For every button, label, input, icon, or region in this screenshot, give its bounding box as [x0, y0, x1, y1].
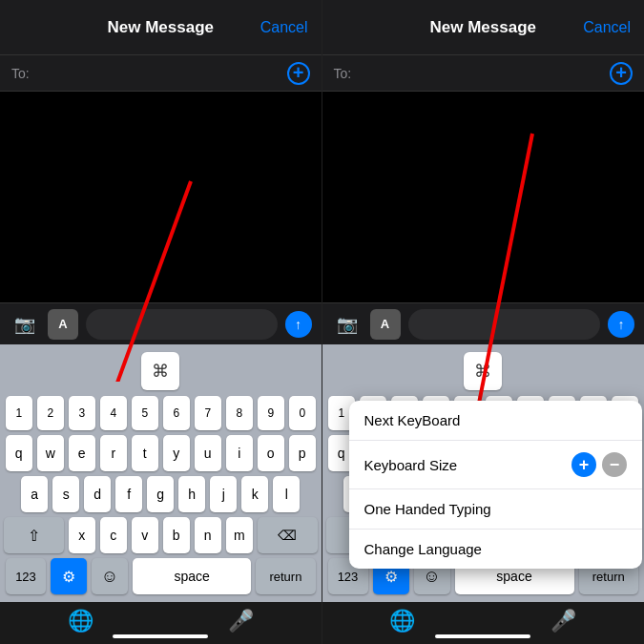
left-key-e[interactable]: e	[69, 435, 95, 471]
popup-keyboard-size[interactable]: Keyboard Size + −	[349, 441, 643, 489]
left-to-input[interactable]	[35, 66, 287, 81]
right-title: New Message	[430, 18, 537, 37]
left-key-u[interactable]: u	[195, 435, 221, 471]
left-key-x[interactable]: x	[69, 517, 95, 553]
left-emoji-key[interactable]: ☺	[92, 558, 128, 594]
left-zxcv-row: ⇧ x c v b n m ⌫	[4, 517, 318, 553]
left-header: New Message Cancel	[0, 0, 322, 55]
right-message-area[interactable]	[322, 92, 645, 302]
left-home-icons: 🌐 🎤	[0, 609, 322, 634]
right-panel: New Message Cancel To: + 📷 A ↑ ⌘ 1 2 3 4…	[322, 0, 645, 644]
keyboard-size-increase-button[interactable]: +	[571, 452, 596, 477]
left-key-h[interactable]: h	[178, 476, 205, 512]
left-key-2[interactable]: 2	[37, 396, 64, 430]
right-message-input[interactable]	[408, 309, 601, 340]
left-to-label: To:	[11, 66, 30, 81]
left-key-0[interactable]: 0	[289, 396, 316, 430]
left-key-4[interactable]: 4	[100, 396, 127, 430]
left-cmd-key[interactable]: ⌘	[141, 352, 179, 390]
right-camera-icon[interactable]: 📷	[332, 309, 363, 340]
right-appstore-icon[interactable]: A	[370, 309, 401, 340]
left-key-c[interactable]: c	[100, 517, 127, 553]
left-key-y[interactable]: y	[163, 435, 190, 471]
right-home-icons: 🌐 🎤	[322, 609, 645, 634]
left-key-v[interactable]: v	[132, 517, 158, 553]
left-key-w[interactable]: w	[37, 435, 64, 471]
left-panel: New Message Cancel To: + 📷 A ↑ ⌘ 1 2 3 4…	[0, 0, 322, 644]
left-shift-key[interactable]: ⇧	[4, 517, 64, 553]
left-key-k[interactable]: k	[241, 476, 268, 512]
keyboard-options-popup: Next KeyBoard Keyboard Size + − One Hand…	[349, 401, 643, 569]
left-key-8[interactable]: 8	[226, 396, 253, 430]
right-globe-icon[interactable]: 🌐	[389, 609, 415, 634]
left-to-row: To: +	[0, 55, 322, 92]
left-key-a[interactable]: a	[21, 476, 48, 512]
left-key-q[interactable]: q	[6, 435, 32, 471]
left-123-key[interactable]: 123	[6, 558, 46, 594]
right-mic-icon[interactable]: 🎤	[551, 609, 576, 634]
left-space-key[interactable]: space	[133, 558, 251, 594]
right-send-button[interactable]: ↑	[608, 311, 634, 338]
left-send-button[interactable]: ↑	[285, 311, 312, 338]
right-cancel-button[interactable]: Cancel	[583, 19, 631, 36]
right-toolbar: 📷 A ↑	[322, 302, 645, 344]
left-key-r[interactable]: r	[100, 435, 127, 471]
left-key-i[interactable]: i	[226, 435, 253, 471]
left-key-o[interactable]: o	[258, 435, 284, 471]
left-mic-icon[interactable]: 🎤	[228, 609, 254, 634]
left-gear-key[interactable]: ⚙	[51, 558, 87, 594]
left-cmd-row: ⌘	[4, 352, 318, 390]
left-keyboard: ⌘ 1 2 3 4 5 6 7 8 9 0 q w e r t y u i o …	[0, 344, 322, 602]
left-key-t[interactable]: t	[132, 435, 158, 471]
left-camera-icon[interactable]: 📷	[10, 309, 40, 340]
left-key-1[interactable]: 1	[6, 396, 32, 430]
left-bottom-row: 123 ⚙ ☺ space return	[4, 558, 318, 594]
left-cancel-button[interactable]: Cancel	[260, 19, 308, 36]
left-key-7[interactable]: 7	[195, 396, 221, 430]
popup-next-keyboard[interactable]: Next KeyBoard	[349, 401, 643, 441]
left-key-l[interactable]: l	[273, 476, 300, 512]
left-key-j[interactable]: j	[210, 476, 237, 512]
keyboard-size-decrease-button[interactable]: −	[602, 452, 627, 477]
left-message-input[interactable]	[86, 309, 278, 340]
left-globe-icon[interactable]: 🌐	[68, 609, 93, 634]
left-number-row: 1 2 3 4 5 6 7 8 9 0	[4, 396, 318, 430]
left-toolbar: 📷 A ↑	[0, 302, 322, 344]
right-home-area: 🌐 🎤	[322, 602, 645, 644]
left-key-6[interactable]: 6	[163, 396, 190, 430]
left-title: New Message	[108, 18, 215, 37]
left-key-p[interactable]: p	[289, 435, 316, 471]
popup-one-handed[interactable]: One Handed Typing	[349, 489, 643, 530]
right-to-input[interactable]	[357, 66, 610, 81]
right-to-label: To:	[334, 66, 352, 81]
left-key-5[interactable]: 5	[132, 396, 158, 430]
left-key-s[interactable]: s	[52, 476, 79, 512]
left-home-bar	[113, 634, 208, 638]
left-appstore-icon[interactable]: A	[48, 309, 78, 340]
keyboard-size-row: Keyboard Size + −	[364, 452, 628, 477]
right-home-bar	[435, 634, 530, 638]
left-asdf-row: a s d f g h j k l	[4, 476, 318, 512]
left-key-f[interactable]: f	[115, 476, 142, 512]
left-key-n[interactable]: n	[195, 517, 221, 553]
right-add-recipient-button[interactable]: +	[610, 62, 633, 85]
left-delete-key[interactable]: ⌫	[258, 517, 318, 553]
right-header: New Message Cancel	[322, 0, 645, 55]
left-add-recipient-button[interactable]: +	[287, 62, 310, 85]
left-key-b[interactable]: b	[163, 517, 190, 553]
popup-change-language[interactable]: Change Language	[349, 530, 643, 569]
left-qwerty-row: q w e r t y u i o p	[4, 435, 318, 471]
right-cmd-row: ⌘	[326, 352, 641, 390]
left-key-d[interactable]: d	[84, 476, 111, 512]
left-key-g[interactable]: g	[147, 476, 174, 512]
left-home-area: 🌐 🎤	[0, 602, 322, 644]
right-to-row: To: +	[322, 55, 645, 92]
right-cmd-key[interactable]: ⌘	[464, 352, 502, 390]
left-key-3[interactable]: 3	[69, 396, 95, 430]
left-message-area[interactable]	[0, 92, 322, 302]
left-key-9[interactable]: 9	[258, 396, 284, 430]
left-return-key[interactable]: return	[256, 558, 315, 594]
left-key-m[interactable]: m	[226, 517, 253, 553]
